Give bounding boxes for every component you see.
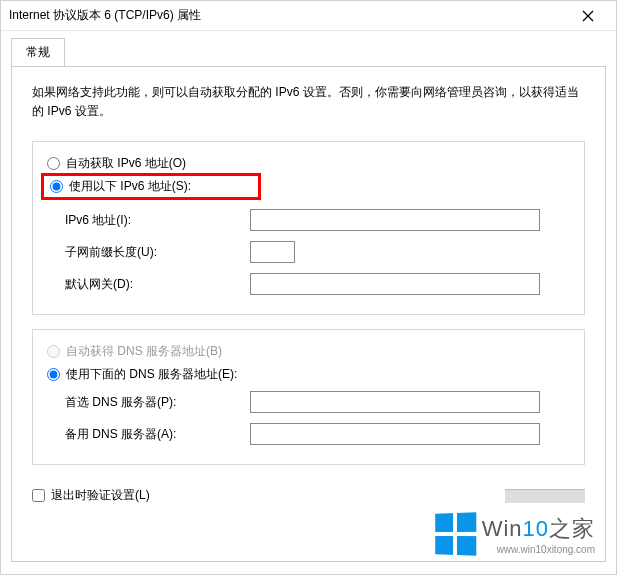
radio-manual-address-label: 使用以下 IPv6 地址(S): — [69, 178, 191, 195]
radio-manual-dns-input[interactable] — [47, 368, 60, 381]
radio-manual-dns[interactable]: 使用下面的 DNS 服务器地址(E): — [47, 363, 570, 386]
alternate-dns-input[interactable] — [250, 423, 540, 445]
preferred-dns-input[interactable] — [250, 391, 540, 413]
tab-strip: 常规 — [1, 31, 616, 66]
field-default-gateway: 默认网关(D): — [47, 268, 570, 300]
radio-manual-address-input[interactable] — [50, 180, 63, 193]
radio-auto-address-input[interactable] — [47, 157, 60, 170]
brand-accent: 10 — [523, 516, 549, 541]
watermark-text: Win10之家 www.win10xitong.com — [482, 514, 595, 555]
default-gateway-label: 默认网关(D): — [65, 276, 250, 293]
close-button[interactable] — [568, 2, 608, 30]
dns-group: 自动获得 DNS 服务器地址(B) 使用下面的 DNS 服务器地址(E): 首选… — [32, 329, 585, 465]
field-ipv6-address: IPv6 地址(I): — [47, 204, 570, 236]
footer-row: 退出时验证设置(L) — [32, 479, 585, 504]
brand-prefix: Win — [482, 516, 523, 541]
ip-address-group: 自动获取 IPv6 地址(O) 使用以下 IPv6 地址(S): IPv6 地址… — [32, 141, 585, 315]
field-alternate-dns: 备用 DNS 服务器(A): — [47, 418, 570, 450]
radio-auto-address-label: 自动获取 IPv6 地址(O) — [66, 155, 186, 172]
ipv6-address-label: IPv6 地址(I): — [65, 212, 250, 229]
radio-auto-address[interactable]: 自动获取 IPv6 地址(O) — [47, 152, 570, 175]
ipv6-address-input[interactable] — [250, 209, 540, 231]
field-prefix-length: 子网前缀长度(U): — [47, 236, 570, 268]
prefix-length-label: 子网前缀长度(U): — [65, 244, 250, 261]
validate-on-exit-checkbox[interactable] — [32, 489, 45, 502]
window-title: Internet 协议版本 6 (TCP/IPv6) 属性 — [9, 7, 568, 24]
radio-auto-dns-label: 自动获得 DNS 服务器地址(B) — [66, 343, 222, 360]
radio-auto-dns-input[interactable] — [47, 345, 60, 358]
prefix-length-input[interactable] — [250, 241, 295, 263]
validate-on-exit[interactable]: 退出时验证设置(L) — [32, 487, 150, 504]
brand-url: www.win10xitong.com — [482, 544, 595, 555]
titlebar: Internet 协议版本 6 (TCP/IPv6) 属性 — [1, 1, 616, 31]
brand-suffix: 之家 — [549, 516, 595, 541]
alternate-dns-label: 备用 DNS 服务器(A): — [65, 426, 250, 443]
preferred-dns-label: 首选 DNS 服务器(P): — [65, 394, 250, 411]
validate-on-exit-label: 退出时验证设置(L) — [51, 487, 150, 504]
field-preferred-dns: 首选 DNS 服务器(P): — [47, 386, 570, 418]
default-gateway-input[interactable] — [250, 273, 540, 295]
watermark: Win10之家 www.win10xitong.com — [434, 513, 595, 555]
radio-manual-address[interactable]: 使用以下 IPv6 地址(S): — [41, 173, 261, 200]
description-text: 如果网络支持此功能，则可以自动获取分配的 IPv6 设置。否则，你需要向网络管理… — [32, 83, 585, 121]
tab-panel-general: 如果网络支持此功能，则可以自动获取分配的 IPv6 设置。否则，你需要向网络管理… — [11, 66, 606, 562]
radio-auto-dns[interactable]: 自动获得 DNS 服务器地址(B) — [47, 340, 570, 363]
close-icon — [582, 10, 594, 22]
radio-manual-dns-label: 使用下面的 DNS 服务器地址(E): — [66, 366, 237, 383]
advanced-button[interactable] — [505, 489, 585, 503]
windows-logo-icon — [435, 512, 476, 556]
tab-general[interactable]: 常规 — [11, 38, 65, 67]
